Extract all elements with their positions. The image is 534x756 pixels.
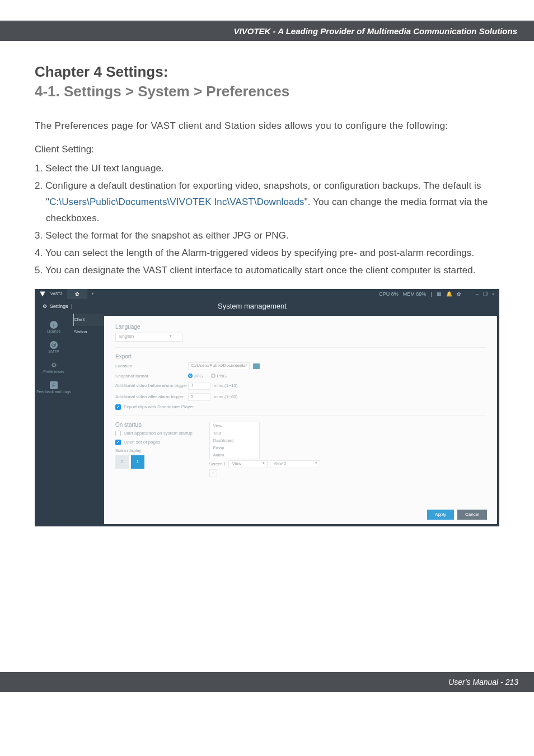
export-clips-checkbox[interactable]: ✓ xyxy=(115,404,121,410)
open-pages-label: Open set of pages xyxy=(124,440,160,445)
list-item: 5. You can designate the VAST client int… xyxy=(35,263,499,279)
snapshot-format-label: Snapshot format xyxy=(115,374,188,379)
subtab-client[interactable]: Client xyxy=(73,314,104,326)
radio-png[interactable] xyxy=(211,374,216,378)
list-item: 4. You can select the length of the Alar… xyxy=(35,245,499,262)
intro-text: The Preferences page for VAST client and… xyxy=(35,117,499,135)
screen1-label: Screen 1 xyxy=(209,461,226,466)
screen1-view-select[interactable]: View 2 xyxy=(270,460,320,468)
page-footer: User's Manual - 213 xyxy=(0,672,534,692)
cancel-button[interactable]: Cancel xyxy=(457,510,487,520)
section-language: Language xyxy=(115,324,486,330)
screen-display-label: Screen display xyxy=(115,449,193,452)
cpu-stat: CPU 8% xyxy=(379,291,399,297)
gear-icon[interactable]: ✿ xyxy=(457,291,461,297)
post-alarm-input[interactable]: 5 xyxy=(188,393,210,401)
gear-icon: ⚙ xyxy=(43,304,47,309)
tab-add-button[interactable]: + xyxy=(87,289,99,299)
banner: VIVOTEK - A Leading Provider of Multimed… xyxy=(0,21,534,41)
location-input[interactable]: C:/Users/Public/Documents/ xyxy=(188,362,250,370)
export-clips-label: Export clips with Standalone Player xyxy=(124,404,194,409)
pre-alarm-input[interactable]: 1 xyxy=(188,382,210,390)
chapter-heading-1: Chapter 4 Settings: xyxy=(35,63,499,81)
screen-chip-1[interactable]: 1 xyxy=(131,455,144,469)
add-screen-button[interactable]: + xyxy=(209,469,217,477)
apply-button[interactable]: Apply xyxy=(427,510,454,520)
section-startup: On startup xyxy=(115,422,193,428)
language-select[interactable]: English xyxy=(115,333,182,342)
sidebar-item-license[interactable]: iLicense xyxy=(35,317,73,337)
radio-jpg[interactable] xyxy=(188,374,193,378)
pre-alarm-hint: mins (1~10) xyxy=(214,383,237,388)
page-type-listbox[interactable]: View Tour Dashboard Emap Alarm xyxy=(209,422,260,459)
window-min-icon[interactable]: – xyxy=(476,291,479,297)
screen-chip-2[interactable]: 2 xyxy=(115,455,129,469)
pre-alarm-label: Additional video before alarm trigger xyxy=(115,383,188,388)
location-label: Location xyxy=(115,363,188,368)
tab-settings-gear[interactable]: ✿ xyxy=(67,289,87,299)
radio-png-label: PNG xyxy=(217,374,227,379)
instruction-list: 1. Select the UI text language. 2. Confi… xyxy=(35,161,499,278)
sidebar-item-feedback[interactable]: FFeedback and bugs xyxy=(35,377,73,398)
subtab-station[interactable]: Station xyxy=(73,326,104,338)
page-title: System management xyxy=(72,302,499,310)
grid-icon[interactable]: ▦ xyxy=(437,291,442,297)
mem-stat: MEM 69% xyxy=(403,291,427,297)
start-on-startup-label: Start application on system startup xyxy=(124,431,193,436)
bell-icon[interactable]: 🔔 xyxy=(446,291,452,297)
radio-jpg-label: JPG xyxy=(194,374,203,379)
post-alarm-label: Additional video after alarm trigger xyxy=(115,394,188,399)
screen1-type-select[interactable]: View xyxy=(228,460,268,468)
start-on-startup-checkbox[interactable] xyxy=(115,431,121,436)
app-logo-icon xyxy=(40,291,45,297)
window-close-icon[interactable]: × xyxy=(492,291,495,297)
app-name: VAST2 xyxy=(50,292,63,296)
window-max-icon[interactable]: ❐ xyxy=(483,291,488,297)
sidebar-item-smtp[interactable]: @SMTP xyxy=(35,337,73,357)
folder-browse-icon[interactable] xyxy=(253,363,260,369)
default-path: C:\Users\Public\Documents\VIVOTEK Inc\VA… xyxy=(49,197,305,207)
app-screenshot: VAST2 ✿ + CPU 8% MEM 69% | ▦ 🔔 ✿ – ❐ × ⚙… xyxy=(35,289,499,526)
post-alarm-hint: mins (1~60) xyxy=(214,394,237,399)
client-setting-label: Client Setting: xyxy=(35,144,499,155)
list-item: 1. Select the UI text language. xyxy=(35,161,499,177)
list-item: 2. Configure a default destination for e… xyxy=(35,178,499,227)
open-pages-checkbox[interactable]: ✓ xyxy=(115,440,121,445)
section-export: Export xyxy=(115,353,486,360)
list-item: 3. Select the format for the snapshot as… xyxy=(35,228,499,244)
chapter-heading-2: 4-1. Settings > System > Preferences xyxy=(35,83,499,100)
sidebar-item-preferences[interactable]: ⚙Preferences xyxy=(35,357,73,377)
breadcrumb-settings[interactable]: Settings xyxy=(50,304,68,309)
